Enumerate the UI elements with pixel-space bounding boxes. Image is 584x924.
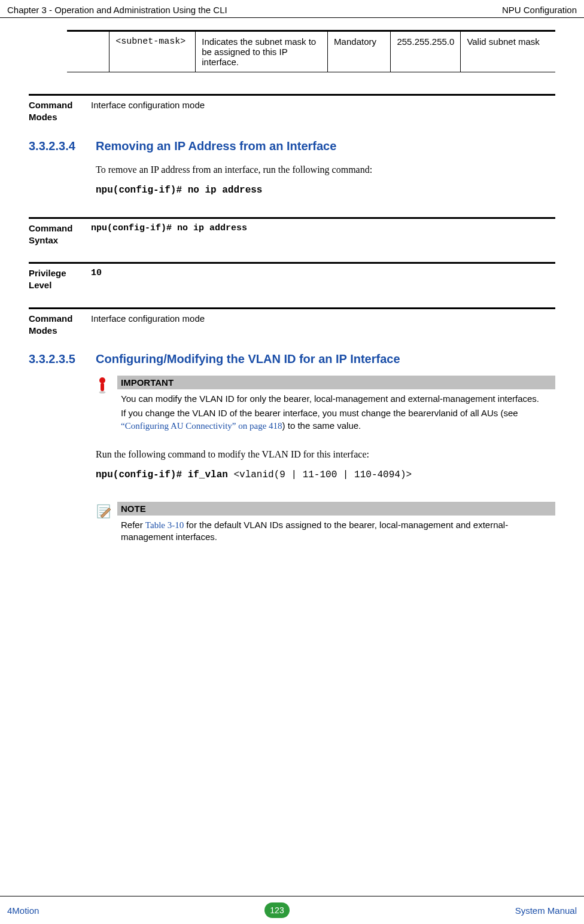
text-part: Refer [121,520,145,530]
callout-body: IMPORTANT You can modify the VLAN ID for… [117,376,555,434]
body-text: To remove an IP address from an interfac… [96,163,555,176]
callout-text: Refer Table 3-10 for the default VLAN ID… [117,519,555,544]
section-title: Removing an IP Address from an Interface [96,139,555,153]
important-callout: IMPORTANT You can modify the VLAN ID for… [96,376,555,434]
page-number: 123 [264,902,290,918]
parameter-table: <subnet-mask> Indicates the subnet mask … [67,30,555,72]
svg-point-0 [99,377,105,383]
page-header: Chapter 3 - Operation and Administration… [0,0,584,18]
callout-body: NOTE Refer Table 3-10 for the default VL… [117,502,555,546]
body-text: Run the following command to modify the … [96,447,555,461]
param-valid: Valid subnet mask [461,31,555,72]
text-part: If you change the VLAN ID of the bearer … [121,408,518,418]
command-syntax-block: Command Syntax npu(config-if)# no ip add… [29,217,555,247]
svg-rect-1 [101,383,104,391]
callout-head: NOTE [117,502,555,516]
svg-point-2 [99,391,106,394]
section-heading: 3.3.2.3.4 Removing an IP Address from an… [29,139,555,153]
command-modes-block: Command Modes Interface configuration mo… [29,94,555,124]
note-callout: NOTE Refer Table 3-10 for the default VL… [96,502,555,546]
def-label: Command Syntax [29,222,91,247]
def-label: Command Modes [29,313,91,337]
callout-head: IMPORTANT [117,376,555,389]
def-label: Command Modes [29,99,91,124]
callout-text: You can modify the VLAN ID for only the … [117,393,555,405]
section-number: 3.3.2.3.4 [29,139,96,153]
def-label: Privilege Level [29,267,91,292]
param-name: <subnet-mask> [110,31,196,72]
privilege-level-block: Privilege Level 10 [29,262,555,292]
note-icon [96,502,117,546]
cmd-arg: <vlanid(9 | 11-100 | 110-4094)> [233,469,412,480]
footer-left: 4Motion [7,905,39,916]
header-right: NPU Configuration [502,5,577,15]
def-value: Interface configuration mode [91,313,555,337]
text-part: ) to the same value. [282,420,361,431]
section-title: Configuring/Modifying the VLAN ID for an… [96,352,555,366]
cmd-bold: npu(config-if)# if_vlan [96,469,233,480]
def-value: 10 [91,267,555,292]
important-icon [96,376,117,434]
command-text: npu(config-if)# no ip address [96,185,555,196]
cross-ref-link[interactable]: “Configuring AU Connectivity” on page 41… [121,421,282,431]
footer-right: System Manual [515,905,577,916]
def-value: Interface configuration mode [91,99,555,124]
param-default: 255.255.255.0 [391,31,461,72]
param-presence: Mandatory [328,31,391,72]
table-row: <subnet-mask> Indicates the subnet mask … [67,31,555,72]
param-desc: Indicates the subnet mask to be assigned… [196,31,328,72]
section-heading: 3.3.2.3.5 Configuring/Modifying the VLAN… [29,352,555,366]
command-text: npu(config-if)# if_vlan <vlanid(9 | 11-1… [96,469,555,480]
page-footer: 4Motion 123 System Manual [0,896,584,924]
def-value: npu(config-if)# no ip address [91,222,555,247]
cross-ref-link[interactable]: Table 3-10 [145,520,184,530]
command-modes-block: Command Modes Interface configuration mo… [29,307,555,337]
callout-text: If you change the VLAN ID of the bearer … [117,407,555,432]
content: <subnet-mask> Indicates the subnet mask … [0,18,584,546]
section-number: 3.3.2.3.5 [29,352,96,366]
header-left: Chapter 3 - Operation and Administration… [7,5,227,15]
